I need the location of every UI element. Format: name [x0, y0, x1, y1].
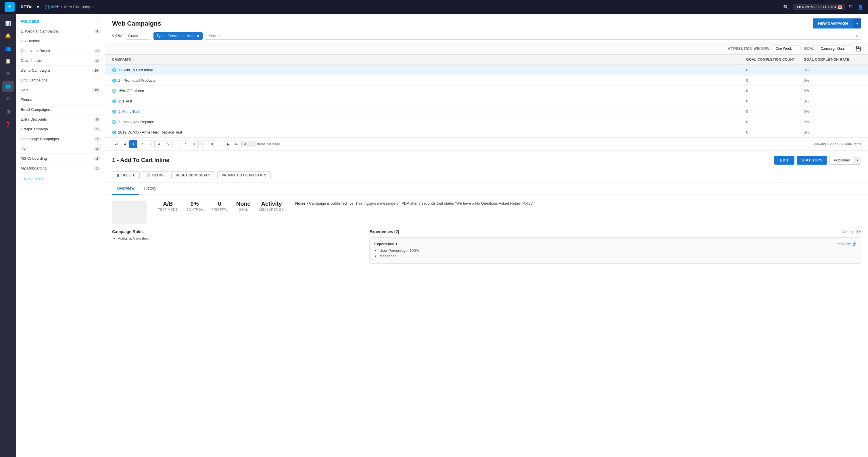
campaign-name: 1 - Promoted Products	[118, 78, 155, 83]
edit-btn[interactable]: EDIT	[774, 156, 795, 165]
page-8-btn[interactable]: 8	[190, 140, 198, 148]
table-row[interactable]: 🌐 1 - Add To Cart Inline 0 0%	[105, 65, 868, 76]
folder-item[interactable]: MS Onboarding2	[16, 154, 105, 164]
page-6-btn[interactable]: 6	[173, 140, 181, 148]
folder-item[interactable]: GregsCampaign1	[16, 124, 105, 134]
save-view-btn[interactable]: 💾	[855, 46, 861, 52]
goal-rate: 0%	[804, 99, 809, 103]
folder-item[interactable]: Demo Campaigns16	[16, 66, 105, 76]
page-ellipsis: ...	[216, 140, 224, 148]
retail-menu-btn[interactable]: RETAIL ▾	[19, 3, 41, 10]
per-page-select[interactable]: 20 50 100	[242, 141, 255, 147]
page-5-btn[interactable]: 5	[164, 140, 172, 148]
tab-overview[interactable]: Overview	[112, 182, 139, 195]
page-3-btn[interactable]: 3	[147, 140, 155, 148]
campaign-name: 15% Off Infobar	[118, 89, 144, 93]
promoted-items-stats-btn[interactable]: PROMOTED ITEMS STATS	[217, 171, 271, 179]
folder-item[interactable]: CS Training	[16, 36, 105, 46]
page-2-btn[interactable]: 2	[138, 140, 146, 148]
page-7-btn[interactable]: 7	[181, 140, 189, 148]
delete-btn[interactable]: 🗑 DELETE	[112, 171, 140, 179]
statistics-btn[interactable]: STATISTICS	[797, 156, 827, 165]
table-row[interactable]: 🌐 2 - Main Nav Replace 0 0%	[105, 117, 868, 127]
sidebar-icon-help[interactable]: ❓	[2, 119, 14, 130]
sidebar-icon-analytics[interactable]: 📊	[2, 17, 14, 29]
reset-dismissals-btn[interactable]: RESET DISMISSALS	[171, 171, 215, 179]
page-buttons: ⏮ ◀ 1 2 3 4 5 6 7 8 9 10 ... ▶ ⏭ 20 50 1…	[112, 140, 280, 148]
clone-btn[interactable]: 📋 CLONE	[142, 171, 169, 179]
sidebar-icon-campaigns[interactable]: 📋	[2, 55, 14, 67]
page-9-btn[interactable]: 9	[198, 140, 206, 148]
exp-item-messages: Messages	[379, 254, 856, 258]
campaign-rule-item: Action is View Item.	[118, 236, 358, 240]
sidebar-icon-people[interactable]: 👥	[2, 42, 14, 54]
filter-tag-remove-btn[interactable]: ✕	[196, 34, 200, 38]
goal-rate: 0%	[804, 78, 809, 83]
retail-chevron-icon: ▾	[37, 5, 39, 9]
campaign-rules-title: Campaign Rules	[112, 229, 358, 234]
page-next-btn[interactable]: ▶	[224, 140, 232, 148]
table-row[interactable]: 🌐 1: Many Test 0 0%	[105, 107, 868, 117]
folder-item[interactable]: Live3	[16, 144, 105, 154]
main-container: FOLDERS ‹ 1. Webinar Campaigns9CS Traini…	[16, 14, 868, 457]
page-4-btn[interactable]: 4	[155, 140, 163, 148]
search-clear-btn[interactable]: ✕	[854, 32, 860, 39]
folder-item[interactable]: 1. Webinar Campaigns9	[16, 27, 105, 36]
sidebar-icon-grid[interactable]: ⊞	[2, 106, 14, 117]
pagination-info: Showing 1-20 of 228 data items	[812, 142, 861, 146]
exp-item-user-pct: User Percentage: 100%	[379, 248, 856, 253]
shield-icon[interactable]: 🛡	[849, 4, 854, 9]
folder-item[interactable]: Eloqua	[16, 95, 105, 105]
goal-count-col-header[interactable]: Goal Completion Count	[746, 58, 804, 62]
goal-rate-col-header[interactable]: Goal Completion Rate	[804, 58, 861, 62]
goal-count: 0	[746, 109, 748, 114]
folder-item[interactable]: Email Campaigns	[16, 105, 105, 115]
sidebar-icon-notifications[interactable]: 🔔	[2, 30, 14, 41]
sidebar-icon-gear[interactable]: ⚙	[2, 68, 14, 80]
folder-item[interactable]: Homepage Campaigns7	[16, 134, 105, 144]
table-row[interactable]: 🌐 1 - Promoted Products 0 0%	[105, 76, 868, 86]
campaign-col-header[interactable]: Campaign ↑	[112, 58, 746, 62]
table-row[interactable]: 🌐 1: 1 Test 0 0%	[105, 96, 868, 107]
folder-item[interactable]: Extra Discounts5	[16, 115, 105, 124]
goal-select[interactable]: Campaign Goal Revenue Conversions	[818, 45, 852, 52]
attribution-window-select[interactable]: One Week Two Weeks One Month	[773, 45, 801, 52]
experience-delete-icon[interactable]: 🗑	[852, 242, 856, 246]
sidebar-icon-web[interactable]: 🌐	[2, 81, 14, 92]
tab-history[interactable]: History	[139, 182, 161, 195]
new-campaign-btn[interactable]: NEW CAMPAIGN ▾	[813, 19, 861, 28]
stat-ab-test-mode: A/B TEST MODE	[158, 201, 178, 224]
user-avatar-icon[interactable]: 👤	[858, 4, 863, 10]
detail-panel: 1 - Add To Cart Inline EDIT STATISTICS P…	[105, 151, 868, 457]
goal-count: 0	[746, 120, 748, 124]
folder-item[interactable]: Contextual Bandit1	[16, 46, 105, 56]
page-first-btn[interactable]: ⏮	[112, 140, 120, 148]
sidebar-icon-tag[interactable]: 🏷	[2, 93, 14, 105]
folder-item[interactable]: Dave 4 Labs2	[16, 56, 105, 66]
experience-eye-icon[interactable]: 👁	[847, 242, 851, 246]
campaign-thumbnail	[112, 201, 147, 224]
top-nav: E RETAIL ▾ 🌐 Web / Web Campaigns 🔍 Jul 4…	[0, 0, 868, 14]
published-dropdown[interactable]: Published ▾	[830, 156, 861, 165]
collapse-folders-btn[interactable]: ‹	[95, 19, 100, 24]
search-input[interactable]	[206, 32, 854, 39]
table-row[interactable]: 🌐 2019 DEMO - Amie Hero Replace Test 0 0…	[105, 127, 868, 138]
search-icon[interactable]: 🔍	[783, 4, 789, 10]
campaign-name: 1: Many Test	[118, 109, 139, 114]
tabs-row: Overview History	[105, 182, 868, 195]
page-1-btn[interactable]: 1	[129, 140, 137, 148]
goal-count: 0	[746, 99, 748, 103]
page-last-btn[interactable]: ⏭	[233, 140, 241, 148]
breadcrumb-web-link[interactable]: Web	[51, 5, 60, 9]
folder-item[interactable]: EKB19	[16, 85, 105, 95]
experience-card-1: Experience 1 c59IG 👁 🗑 User Percentage: …	[369, 237, 861, 264]
view-select[interactable]: Goals Overview Statistics	[125, 32, 151, 40]
folder-item[interactable]: Drip Campaigns	[16, 76, 105, 85]
page-10-btn[interactable]: 10	[207, 140, 215, 148]
date-range-picker[interactable]: Jul 4 2019 - Jul 11 2019 📅	[793, 4, 845, 10]
page-prev-btn[interactable]: ◀	[121, 140, 129, 148]
table-row[interactable]: 🌐 15% Off Infobar 0 0%	[105, 86, 868, 96]
breadcrumb-current: Web Campaigns	[64, 5, 93, 9]
folder-item[interactable]: MZ Onboarding1	[16, 164, 105, 173]
new-folder-btn[interactable]: + New Folder	[16, 173, 105, 184]
